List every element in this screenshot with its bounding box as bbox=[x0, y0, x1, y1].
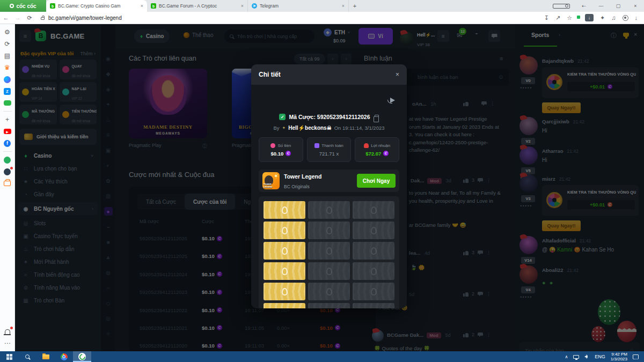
download-manager-icon[interactable]: ↓ bbox=[585, 14, 594, 21]
mention[interactable]: Kamni bbox=[557, 247, 572, 253]
quick-menu-icon[interactable]: ≡ bbox=[437, 30, 449, 42]
maximize-button[interactable]: ▢ bbox=[610, 0, 627, 12]
provider-label[interactable]: Pragmatic Play bbox=[129, 143, 162, 150]
chat-username[interactable]: Atharrao21:42 bbox=[542, 148, 579, 154]
chat-avatar[interactable] bbox=[519, 117, 538, 135]
comment-header[interactable]: Dak...Mod3d bbox=[411, 178, 451, 183]
sidebar-nav-item[interactable]: ◉ BC Nguyên gốc › bbox=[18, 202, 98, 215]
lucky-spin-card[interactable]: KIỂM TRA TIỀN THƯỞNG VÒNG QU +$0.01 bbox=[542, 67, 639, 98]
tower-tile[interactable] bbox=[308, 242, 350, 260]
hot-trending-icon[interactable]: ♛ bbox=[4, 64, 11, 71]
address-bar[interactable]: bc.game/vi/game/tower-legend bbox=[35, 13, 538, 23]
referral-banner[interactable]: Giới thiệu và kiếm tiền bbox=[19, 129, 97, 145]
sidebar-nav-item[interactable]: ▦ Trò chơi Bàn bbox=[15, 294, 101, 307]
profile-avatar-icon[interactable] bbox=[623, 15, 628, 21]
start-button[interactable] bbox=[0, 351, 18, 362]
more-icon[interactable]: ⋮ bbox=[486, 332, 491, 337]
category-icon[interactable]: ◎ bbox=[104, 314, 113, 323]
chat-username[interactable]: Bajandtqkwb21:42 bbox=[542, 58, 589, 64]
sidebar-nav-item[interactable]: ⊛ Tính năng Mua vào bbox=[15, 281, 101, 294]
spin-now-button[interactable]: Quay Ngay!! bbox=[542, 102, 581, 113]
chat-username[interactable]: Aboali2221:42 bbox=[542, 267, 579, 273]
news-icon[interactable]: ▤ bbox=[4, 52, 11, 60]
game-search-input[interactable]: Tên trò chơi | Nhà cung cấp bbox=[224, 29, 314, 43]
facebook-icon[interactable]: f bbox=[4, 139, 11, 147]
modal-close-button[interactable]: × bbox=[396, 71, 399, 78]
user-profile[interactable]: Hell⚡...VIP 38 bbox=[400, 29, 435, 48]
vip-tile[interactable]: TIỀN THƯỞNGđã mở khóa bbox=[60, 105, 97, 124]
chat-username[interactable]: Qarcjjixiwb21:42 bbox=[542, 119, 584, 124]
comment-header[interactable]: lea...4d bbox=[409, 250, 430, 256]
vip-tile[interactable]: QUAYđã mở khóa bbox=[60, 60, 97, 79]
tower-tile[interactable] bbox=[353, 242, 394, 260]
all-games-button[interactable]: Tất cả 99 bbox=[294, 54, 325, 64]
category-icon[interactable]: ◒ bbox=[104, 223, 113, 231]
new-tab-button[interactable]: + bbox=[349, 0, 361, 12]
downloads-tray-icon[interactable]: ↓ bbox=[635, 14, 638, 21]
category-icon[interactable]: ◇ bbox=[104, 299, 113, 307]
category-icon[interactable]: ◈ bbox=[104, 85, 113, 93]
bcgame-logo-icon[interactable]: B bbox=[35, 31, 46, 41]
media-control-icon[interactable]: ♫ bbox=[611, 14, 616, 21]
sidebar-nav-item[interactable]: ≈ Tính biến động cao bbox=[15, 268, 101, 281]
tower-tile[interactable] bbox=[308, 262, 350, 280]
chevron-right-icon[interactable]: › bbox=[559, 32, 560, 38]
chat-avatar[interactable] bbox=[519, 56, 538, 75]
chat-avatar[interactable] bbox=[519, 265, 538, 284]
bcgame-logo-text[interactable]: BC.GAME bbox=[50, 32, 85, 40]
reply-icon[interactable] bbox=[478, 250, 483, 255]
more-icon[interactable]: ⋮ bbox=[486, 250, 491, 255]
tower-tile[interactable] bbox=[308, 283, 350, 300]
category-icon[interactable]: ▣ bbox=[104, 146, 113, 154]
tray-expand-icon[interactable]: ∧ bbox=[565, 354, 568, 359]
like-icon[interactable] bbox=[463, 292, 469, 297]
bookmark-star-icon[interactable]: ☆ bbox=[567, 14, 572, 21]
tower-tile[interactable] bbox=[308, 201, 350, 219]
reply-icon[interactable] bbox=[481, 101, 487, 106]
chat-toggle-icon[interactable] bbox=[488, 30, 500, 42]
reply-icon[interactable] bbox=[478, 178, 483, 183]
history-icon[interactable]: ⟳ bbox=[4, 40, 11, 48]
back-button[interactable]: ← bbox=[0, 14, 12, 21]
vip-more-link[interactable]: Thêm › bbox=[80, 51, 96, 56]
chat-avatar[interactable] bbox=[519, 146, 538, 165]
taskbar-search-icon[interactable] bbox=[18, 351, 36, 362]
category-icon[interactable]: ♨ bbox=[104, 115, 113, 124]
category-icon[interactable]: ▥ bbox=[104, 192, 113, 201]
category-icon[interactable]: ○ bbox=[104, 284, 113, 292]
play-now-button[interactable]: Chơi Ngay bbox=[357, 174, 396, 188]
category-icon[interactable]: ■ bbox=[104, 238, 113, 246]
tower-tile[interactable] bbox=[264, 242, 305, 260]
like-icon[interactable] bbox=[463, 333, 469, 337]
tab-close-icon[interactable]: × bbox=[342, 3, 345, 9]
chat-room-tab[interactable]: Sports bbox=[531, 32, 549, 38]
more-icon[interactable]: ⋯ bbox=[4, 339, 11, 347]
emoji-icon[interactable]: ☺ bbox=[498, 73, 504, 80]
sidebar-nav-item[interactable]: ♨ Trò chơi hấp dẫn bbox=[15, 242, 101, 255]
tab-close-icon[interactable]: × bbox=[141, 3, 143, 9]
comment-header[interactable]: 5d bbox=[409, 291, 414, 297]
comment-header[interactable]: oAn...1h bbox=[412, 101, 436, 107]
garden-icon[interactable] bbox=[4, 156, 11, 164]
chat-avatar[interactable] bbox=[519, 236, 538, 254]
chrome-icon[interactable] bbox=[55, 351, 73, 362]
games-icon[interactable] bbox=[4, 99, 11, 107]
taskbar-clock[interactable]: 9:42 PM1/3/2023 bbox=[611, 352, 627, 362]
tab-bcgame[interactable]: b BC.Game: Crypto Casino Gam × bbox=[46, 0, 147, 12]
tower-legend-game-icon[interactable]: TOWER LEGEND bbox=[262, 172, 280, 189]
vip-tile[interactable]: NẠP LẠIVIP 22 bbox=[60, 82, 97, 102]
settings-gear-icon[interactable]: ⚙ bbox=[4, 28, 11, 36]
tower-tile[interactable] bbox=[353, 262, 394, 280]
coccoc-logo[interactable]: cốc cốc bbox=[0, 0, 46, 12]
forward-button[interactable]: → bbox=[12, 14, 24, 21]
carousel-prev-button[interactable]: ‹ bbox=[327, 54, 338, 64]
game-card-madame-destiny[interactable]: MADAME DESTINY MEGAWAYS bbox=[129, 69, 207, 138]
chat-close-icon[interactable]: × bbox=[634, 31, 637, 38]
tower-tile[interactable] bbox=[353, 221, 394, 239]
close-window-button[interactable]: × bbox=[627, 0, 644, 12]
spin-now-button[interactable]: Quay Ngay!! bbox=[542, 220, 581, 231]
chat-avatar[interactable] bbox=[519, 174, 538, 193]
category-icon[interactable]: ● bbox=[104, 207, 113, 216]
shopping-cart-icon[interactable] bbox=[4, 180, 11, 187]
mail-icon[interactable]: ✉12 bbox=[457, 32, 462, 39]
